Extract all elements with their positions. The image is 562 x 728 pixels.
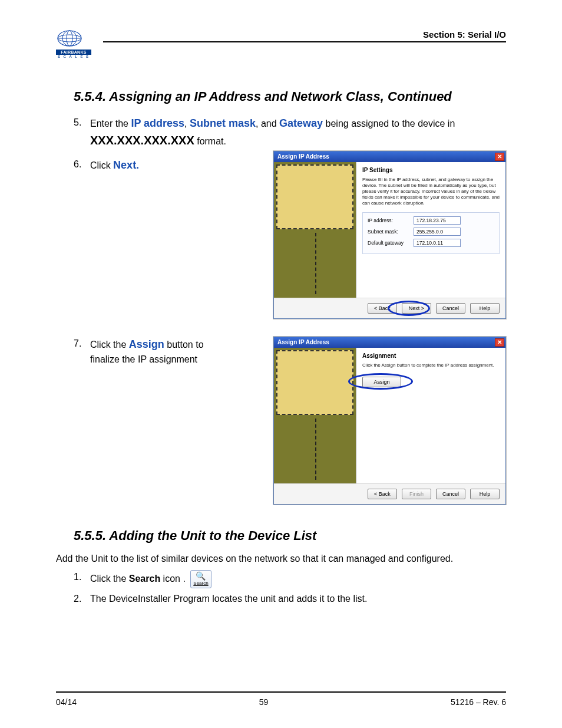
kw-gateway: Gateway (279, 117, 323, 129)
search-toolbar-icon[interactable]: 🔍 Search (190, 570, 211, 588)
footer-rule (56, 691, 506, 693)
dialog1-heading: IP Settings (362, 167, 500, 173)
back-button[interactable]: < Back (368, 303, 397, 314)
help-button[interactable]: Help (470, 489, 500, 499)
kw-subnet-mask: Subnet mask (190, 117, 256, 129)
header-rule (103, 41, 506, 42)
footer-doc-rev: 51216 – Rev. 6 (451, 697, 506, 707)
kw-assign: Assign (129, 338, 164, 350)
section-title: Section 5: Serial I/O (423, 29, 506, 39)
dialog2-desc: Click the Assign button to complete the … (362, 363, 500, 368)
footer-page-number: 59 (259, 697, 269, 707)
globe-icon (56, 29, 83, 47)
step-7-number: 7. (74, 337, 81, 351)
step-6-text-pre: Click (90, 160, 113, 170)
ip-settings-group: IP address: 172.18.23.75 Subnet mask: 25… (362, 212, 500, 254)
finish-button[interactable]: Finish (402, 489, 431, 499)
help-button[interactable]: Help (470, 303, 500, 314)
ip-address-label: IP address: (368, 218, 414, 223)
close-icon[interactable]: ✕ (495, 338, 504, 347)
cancel-button[interactable]: Cancel (436, 489, 465, 499)
next-button[interactable]: Next > (402, 303, 431, 314)
back-button[interactable]: < Back (368, 489, 397, 499)
logo-banner: FAIRBANKS (56, 50, 91, 55)
page-footer: 04/14 59 51216 – Rev. 6 (56, 697, 506, 707)
kw-next: Next. (113, 159, 139, 171)
assign-button[interactable]: Assign (362, 377, 401, 387)
dialog2-titlebar[interactable]: Assign IP Address ✕ (274, 337, 505, 348)
cancel-button[interactable]: Cancel (436, 303, 465, 314)
assign-ip-dialog-2: Assign IP Address ✕ Assignment Click the… (273, 337, 506, 505)
subnet-mask-label: Subnet mask: (368, 229, 414, 235)
sec555-step1-number: 1. (74, 570, 81, 584)
subnet-mask-input[interactable]: 255.255.0.0 (414, 228, 461, 236)
search-icon-label: Search (193, 580, 208, 587)
step-6-number: 6. (74, 157, 81, 172)
step-7: 7. Click the Assign button to finalize t… (56, 337, 233, 367)
close-icon[interactable]: ✕ (495, 153, 504, 161)
footer-date: 04/14 (56, 697, 77, 707)
kw-ip-address: IP address (131, 117, 184, 129)
dialog2-sidebar-art (274, 348, 356, 483)
sec555-step2-number: 2. (74, 592, 81, 606)
sec555-step-1: 1. Click the Search icon . 🔍 Search (74, 570, 506, 588)
heading-554: 5.5.4. Assigning an IP Address and Netwo… (74, 88, 506, 105)
page-header: Section 5: Serial I/O FAIRBANKS S C A L … (56, 29, 506, 65)
kw-format: XXX.XXX.XXX.XXX (90, 134, 194, 147)
heading-555: 5.5.5. Adding the Unit to the Device Lis… (74, 528, 506, 543)
step-5-text-pre: Enter the (90, 118, 131, 129)
dialog1-title: Assign IP Address (277, 153, 329, 160)
default-gateway-input[interactable]: 172.10.0.11 (414, 239, 461, 247)
ip-address-input[interactable]: 172.18.23.75 (414, 216, 461, 225)
assign-ip-dialog-1: Assign IP Address ✕ IP Settings Please f… (273, 151, 506, 319)
sec555-intro: Add the Unit to the list of similar devi… (56, 552, 506, 565)
fairbanks-logo: FAIRBANKS S C A L E S (56, 29, 91, 65)
dialog2-heading: Assignment (362, 353, 500, 359)
sec555-step-2: 2. The DeviceInstaller Program locates t… (74, 592, 506, 606)
step-5: 5. Enter the IP address, Subnet mask, an… (74, 116, 506, 149)
sec555-step2-text: The DeviceInstaller Program locates the … (90, 594, 367, 604)
dialog1-titlebar[interactable]: Assign IP Address ✕ (274, 151, 505, 162)
magnifier-icon: 🔍 (196, 572, 206, 580)
step-5-number: 5. (74, 116, 81, 130)
default-gateway-label: Default gateway (368, 240, 414, 246)
dialog2-title: Assign IP Address (277, 339, 329, 345)
dialog1-desc: Please fill in the IP address, subnet, a… (362, 177, 500, 206)
logo-subtext: S C A L E S (56, 55, 91, 58)
kw-search: Search (129, 573, 160, 583)
dialog1-sidebar-art (274, 162, 356, 298)
